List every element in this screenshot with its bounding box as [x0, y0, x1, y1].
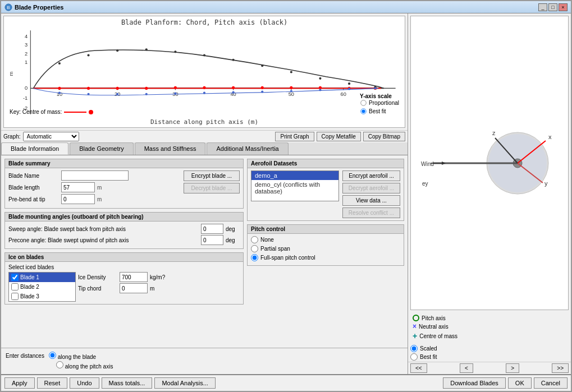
encrypt-aerofoil-button[interactable]: Encrypt aerofoil ...: [342, 170, 400, 181]
ice-inner: Blade 1 Blade 2 Blade 3: [8, 272, 240, 302]
legend-pitch-axis: Pitch axis: [413, 315, 566, 321]
close-button[interactable]: ×: [559, 3, 568, 11]
svg-text:0: 0: [25, 85, 28, 91]
best-fit-radio[interactable]: Best fit: [360, 108, 399, 115]
graph-select[interactable]: Automatic: [23, 132, 79, 141]
centre-of-mass-label: Centre of mass: [419, 333, 457, 339]
apply-button[interactable]: Apply: [4, 377, 35, 389]
svg-text:-1: -1: [23, 95, 28, 101]
pitch-control-section: Pitch control None Partial span: [247, 224, 404, 266]
bottom-bar: Apply Reset Undo Mass totals... Modal An…: [1, 374, 571, 391]
svg-point-33: [261, 86, 264, 89]
download-blades-button[interactable]: Download Blades: [443, 377, 506, 389]
svg-point-28: [116, 87, 119, 90]
svg-point-38: [58, 62, 61, 64]
chart-area: Blade Planform: Chord, Pitch axis (black…: [3, 16, 405, 128]
tab-blade-geometry[interactable]: Blade Geometry: [70, 142, 133, 155]
reset-button[interactable]: Reset: [37, 377, 68, 389]
chart-controls-bar: Graph: Automatic Print Graph Copy Metafi…: [1, 130, 408, 142]
3d-blade-svg: x y z Wind ey: [417, 110, 562, 216]
aerofoil-section: Aerofoil Datasets demo_a demo_cyl (confl…: [247, 159, 404, 221]
ice-density-input[interactable]: [120, 272, 148, 282]
aerofoil-item-0[interactable]: demo_a: [251, 171, 338, 180]
svg-point-45: [261, 64, 263, 67]
svg-point-44: [232, 59, 235, 61]
ice-title: Ice on blades: [5, 253, 243, 262]
proportional-radio[interactable]: Proportional: [360, 99, 399, 107]
tip-chord-row: Tip chord m: [78, 283, 240, 293]
aerofoil-content: demo_a demo_cyl (conflicts with database…: [248, 168, 404, 220]
svg-point-46: [290, 71, 292, 73]
key-dot: [89, 110, 93, 114]
tabs-bar: Blade Information Blade Geometry Mass an…: [1, 142, 408, 155]
decrypt-blade-button[interactable]: Decrypt blade ...: [184, 183, 240, 193]
svg-point-32: [232, 86, 235, 89]
resolve-conflict-button[interactable]: Resolve conflict ...: [342, 207, 400, 218]
ice-blade-1[interactable]: Blade 1: [9, 273, 75, 282]
svg-point-34: [290, 86, 292, 89]
nav-prev-button[interactable]: <: [460, 363, 473, 373]
minimize-button[interactable]: _: [538, 3, 547, 11]
view-data-button[interactable]: View data ...: [342, 195, 400, 206]
sweep-input[interactable]: [201, 224, 223, 234]
sweep-label: Sweep angle: Blade swept back from pitch…: [8, 226, 199, 232]
distance-pitch-radio[interactable]: along the pitch axis: [56, 361, 113, 370]
print-graph-button[interactable]: Print Graph: [275, 132, 314, 141]
sweep-unit: deg: [226, 226, 240, 232]
pitch-full-radio[interactable]: Full-span pitch control: [251, 254, 400, 261]
decrypt-aerofoil-button[interactable]: Decrypt aerofoil ...: [342, 183, 400, 193]
nav-prev-prev-button[interactable]: <<: [410, 363, 427, 373]
pitch-none-radio[interactable]: None: [251, 236, 400, 243]
pitch-control-title: Pitch control: [248, 225, 404, 234]
svg-point-41: [145, 48, 148, 50]
select-iced-label: Select iced blades: [8, 264, 240, 270]
blade-name-input[interactable]: [61, 170, 129, 181]
svg-text:Wind: Wind: [421, 161, 434, 167]
undo-button[interactable]: Undo: [70, 377, 99, 389]
svg-point-29: [145, 87, 148, 90]
svg-point-52: [116, 93, 118, 95]
blade-length-label: Blade length: [8, 185, 59, 191]
window-controls: _ □ ×: [538, 3, 568, 11]
svg-point-39: [87, 54, 89, 56]
precone-input[interactable]: [201, 235, 223, 245]
pitch-partial-radio[interactable]: Partial span: [251, 245, 400, 252]
aerofoil-item-1[interactable]: demo_cyl (conflicts with database): [251, 180, 338, 196]
scaled-radio[interactable]: Scaled: [410, 345, 569, 352]
key-label: Key: Centre of mass:: [10, 109, 62, 115]
ice-blade-3[interactable]: Blade 3: [9, 292, 75, 301]
ok-button[interactable]: OK: [508, 377, 532, 389]
bestfit-radio[interactable]: Best fit: [410, 353, 569, 361]
copy-bitmap-button[interactable]: Copy Bitmap: [363, 132, 405, 141]
tab-blade-information[interactable]: Blade Information: [1, 142, 68, 155]
maximize-button[interactable]: □: [548, 3, 557, 11]
right-column: Aerofoil Datasets demo_a demo_cyl (confl…: [247, 159, 404, 308]
copy-metafile-button[interactable]: Copy Metafile: [317, 132, 361, 141]
right-panel: x y z Wind ey: [408, 13, 571, 374]
tab-additional-mass[interactable]: Additional Mass/Inertia: [207, 142, 288, 155]
tab-mass-stiffness[interactable]: Mass and Stiffness: [135, 142, 206, 155]
ice-density-unit: kg/m?: [150, 274, 170, 280]
aerofoil-buttons: Encrypt aerofoil ... Decrypt aerofoil ..…: [342, 170, 400, 218]
prebend-input[interactable]: [61, 194, 95, 204]
main-columns: Blade summary Blade Name: [4, 159, 404, 308]
distance-blade-radio[interactable]: along the blade: [49, 352, 96, 360]
blade-length-input[interactable]: [61, 182, 95, 192]
chart-key: Key: Centre of mass:: [10, 109, 93, 115]
svg-text:y: y: [544, 180, 548, 187]
tip-chord-input[interactable]: [120, 283, 148, 293]
centre-mass-icon: +: [413, 331, 417, 340]
distances-bar: Enter distances along the blade along th…: [1, 348, 408, 374]
blade-length-row: Blade length m: [8, 182, 178, 192]
nav-next-button[interactable]: >: [506, 363, 519, 373]
nav-next-next-button[interactable]: >>: [552, 363, 569, 373]
blade-summary-title: Blade summary: [5, 159, 243, 168]
cancel-button[interactable]: Cancel: [534, 377, 568, 389]
modal-analysis-button[interactable]: Modal Analysis...: [154, 377, 216, 389]
mass-totals-button[interactable]: Mass totals...: [102, 377, 153, 389]
svg-text:3: 3: [25, 42, 28, 48]
precone-unit: deg: [226, 237, 240, 243]
svg-text:ey: ey: [422, 181, 428, 187]
encrypt-blade-button[interactable]: Encrypt blade ...: [184, 170, 240, 181]
ice-blade-2[interactable]: Blade 2: [9, 282, 75, 292]
